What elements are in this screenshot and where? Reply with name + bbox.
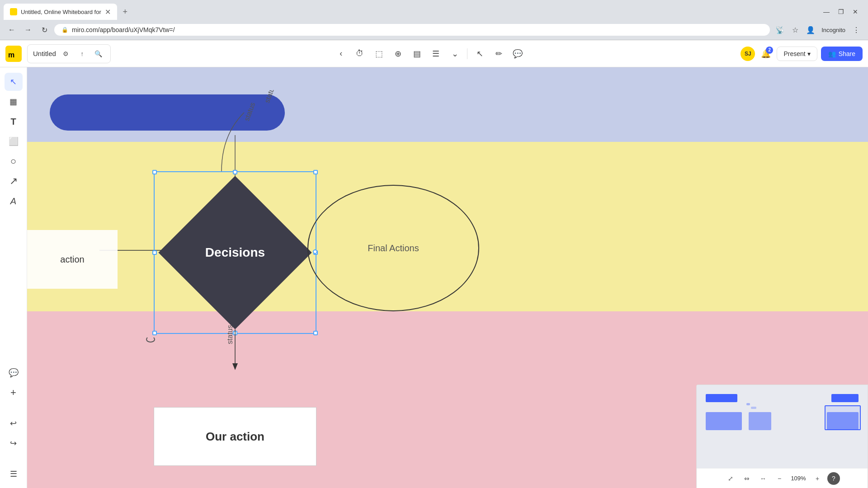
rotate-indicator[interactable]	[146, 336, 155, 343]
action-label-left: action	[27, 230, 118, 289]
zoom-level: 109%	[789, 475, 807, 482]
down-arrow-svg	[226, 329, 244, 375]
canvas-area[interactable]: status action	[27, 67, 868, 488]
mini-map-controls: ⤢ ⇔ ↔ − 109% + ?	[697, 468, 868, 488]
help-button[interactable]: ?	[827, 472, 840, 485]
handle-top-left[interactable]	[152, 170, 157, 174]
board-title-area: Untitled ⚙ ↑ 🔍	[27, 44, 111, 63]
handle-top-right[interactable]	[313, 170, 318, 174]
mini-block-4	[749, 412, 771, 430]
mini-map-canvas[interactable]	[697, 385, 868, 468]
more-tools[interactable]: ⌄	[446, 45, 463, 62]
profile-icon[interactable]: 👤	[804, 23, 817, 36]
share-label: Share	[839, 50, 855, 57]
toolbar-separator	[467, 48, 467, 59]
zoom-out-button[interactable]: −	[773, 472, 786, 485]
present-button[interactable]: Present ▾	[777, 47, 817, 61]
action-text: action	[60, 254, 84, 265]
notifications-button[interactable]: 🔔 2	[759, 47, 773, 61]
svg-text:status: status	[263, 90, 277, 104]
mini-block-3	[706, 412, 742, 430]
browser-tab[interactable]: Untitled, Online Whiteboard for ✕	[4, 4, 117, 20]
board-title[interactable]: Untitled	[33, 50, 56, 57]
present-label: Present	[783, 50, 805, 57]
tab-favicon	[10, 8, 17, 15]
close-window-button[interactable]: ✕	[850, 6, 861, 17]
handle-bottom-left[interactable]	[152, 331, 157, 335]
connection-dot[interactable]	[313, 249, 317, 254]
settings-button[interactable]: ⚙	[60, 47, 72, 60]
select-tool-top[interactable]: ↖	[471, 45, 488, 62]
lock-icon: 🔒	[61, 27, 68, 33]
center-toolbar: ‹ ⏱ ⬚ ⊕ ▤ ☰ ⌄ ↖ ✏ 💬	[332, 45, 526, 62]
timer-tool[interactable]: ⏱	[351, 45, 368, 62]
address-bar[interactable]: 🔒 miro.com/app/board/uXjVMqk7Vtw=/	[54, 24, 770, 36]
pen-tool[interactable]: A	[5, 192, 23, 210]
share-icon: 👥	[828, 50, 836, 57]
sticky-note-tool[interactable]: ⬜	[5, 132, 23, 150]
mini-block-2	[831, 394, 859, 402]
left-sidebar: ↖ ▦ T ⬜ ○ ↗ A 💬 + ↩ ↪ ☰	[0, 67, 27, 488]
action-box-label: Our action	[206, 430, 264, 444]
search-button[interactable]: 🔍	[92, 47, 105, 60]
address-text: miro.com/app/board/uXjVMqk7Vtw=/	[72, 26, 175, 33]
ellipse-shape-container[interactable]: Final Actions	[307, 185, 479, 311]
handle-mid-left[interactable]	[152, 250, 157, 255]
user-avatar[interactable]: SJ	[741, 47, 755, 61]
bookmark-icon[interactable]: ☆	[789, 23, 802, 36]
ellipse-shape[interactable]: Final Actions	[307, 185, 479, 311]
refresh-button[interactable]: ↻	[38, 23, 51, 36]
miro-topbar: m Untitled ⚙ ↑ 🔍 ‹ ⏱ ⬚ ⊕ ▤ ☰ ⌄ ↖ ✏ 💬 SJ	[0, 40, 868, 67]
chat-tool[interactable]: 💬	[509, 45, 526, 62]
export-button[interactable]: ↑	[76, 47, 89, 60]
collapse-button[interactable]: ‹	[332, 45, 349, 62]
fit-width-button[interactable]: ↔	[757, 472, 769, 485]
viewport-indicator	[825, 405, 861, 430]
tab-title: Untitled, Online Whiteboard for	[21, 9, 101, 15]
extensions-icon[interactable]: ⋮	[850, 23, 863, 36]
redo-button[interactable]: ↪	[5, 434, 23, 452]
arrow-tool[interactable]: ↗	[5, 172, 23, 190]
mini-map: ⤢ ⇔ ↔ − 109% + ?	[696, 385, 868, 488]
capture-tool[interactable]: ⊕	[389, 45, 406, 62]
table-tool[interactable]: ▦	[5, 93, 23, 111]
frame-tool[interactable]: ⬚	[370, 45, 387, 62]
action-box[interactable]: Our action	[154, 407, 316, 466]
zoom-in-button[interactable]: +	[811, 472, 824, 485]
undo-button[interactable]: ↩	[5, 414, 23, 432]
handle-bottom-right[interactable]	[313, 331, 318, 335]
pen-tool-top[interactable]: ✏	[490, 45, 507, 62]
miro-logo[interactable]: m	[5, 46, 22, 62]
present-chevron: ▾	[807, 50, 811, 57]
apps-tool[interactable]: ▤	[408, 45, 425, 62]
mini-detail-1	[746, 403, 750, 405]
notif-badge: 2	[766, 47, 773, 54]
minimize-button[interactable]: —	[821, 6, 832, 17]
shape-tool[interactable]: ○	[5, 152, 23, 170]
fullscreen-button[interactable]: ⤢	[724, 472, 737, 485]
top-status-svg: status	[199, 90, 312, 225]
fit-board-button[interactable]: ⇔	[741, 472, 753, 485]
add-tool[interactable]: +	[5, 384, 23, 402]
maximize-button[interactable]: ❐	[835, 6, 846, 17]
panels-button[interactable]: ☰	[5, 465, 23, 483]
user-initials: SJ	[745, 51, 751, 57]
board-tool[interactable]: ☰	[427, 45, 444, 62]
forward-button[interactable]: →	[22, 23, 34, 36]
incognito-label: Incognito	[820, 27, 847, 33]
mini-detail-2	[751, 407, 756, 409]
svg-marker-6	[232, 363, 238, 370]
right-toolbar: SJ 🔔 2 Present ▾ 👥 Share	[741, 47, 863, 61]
share-button[interactable]: 👥 Share	[821, 47, 863, 61]
ellipse-label: Final Actions	[368, 243, 419, 253]
svg-text:m: m	[8, 51, 14, 59]
new-tab-button[interactable]: +	[119, 5, 132, 18]
select-tool[interactable]: ↖	[5, 73, 23, 91]
comment-tool[interactable]: 💬	[5, 364, 23, 382]
back-button[interactable]: ←	[5, 23, 18, 36]
mini-block-1	[706, 394, 737, 402]
cast-icon[interactable]: 📡	[774, 23, 786, 36]
tab-close-button[interactable]: ✕	[105, 8, 111, 16]
text-tool[interactable]: T	[5, 113, 23, 131]
